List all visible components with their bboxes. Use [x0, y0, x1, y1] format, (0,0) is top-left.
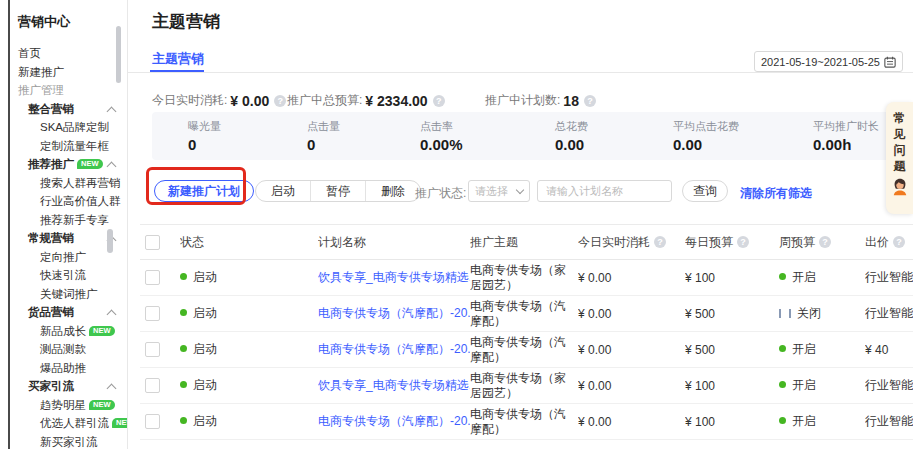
metric-3: 点击率0.00% [420, 119, 463, 153]
plan-name-link[interactable]: 饮具专享_电商专供专场精选... [318, 270, 470, 284]
row-checkbox[interactable] [145, 414, 160, 429]
tab-theme-marketing[interactable]: 主题营销 [152, 50, 204, 68]
bid-cell: 行业智能出价 [865, 269, 913, 286]
status-filter-select[interactable]: 请选择 [468, 180, 530, 202]
plan-name-cell: 电商专供专场（汽摩配）-20... [318, 341, 470, 358]
chevron-up-icon [107, 310, 117, 320]
metric-4: 总花费0.00 [555, 119, 588, 153]
enabled-dot-icon [779, 273, 786, 280]
sidebar-scrollbar-thumb[interactable] [116, 26, 121, 83]
plan-name-input[interactable] [537, 180, 672, 202]
new-campaign-button[interactable]: 新建推广计划 [154, 180, 254, 202]
today-cost-cell: ¥ 0.00 [578, 415, 685, 429]
sidebar-item-爆品助推[interactable]: 爆品助推 [10, 359, 127, 378]
metric-label: 平均推广时长 [813, 119, 879, 134]
help-icon[interactable]: ? [737, 236, 749, 248]
column-header-今日实时消耗: 今日实时消耗? [578, 234, 685, 251]
sidebar-item-行业高价值人群[interactable]: 行业高价值人群 [10, 192, 127, 211]
metric-value: 0.00h [813, 136, 879, 153]
sidebar-item-SKA品牌定制[interactable]: SKA品牌定制 [10, 118, 127, 137]
new-badge: NEW [77, 159, 103, 169]
column-header-label: 状态 [180, 234, 204, 251]
help-icon[interactable]: ? [893, 236, 905, 248]
weekly-budget-cell: 开启 [779, 341, 865, 358]
bulk-action-删除[interactable]: 删除 [365, 181, 420, 201]
select-all-checkbox[interactable] [145, 235, 160, 250]
chevron-up-icon [107, 384, 117, 394]
promo-theme-cell: 电商专供专场（汽摩配） [470, 299, 578, 329]
plan-name-link[interactable]: 电商专供专场（汽摩配）-20... [318, 306, 470, 320]
daily-budget-cell: ¥ 100 [685, 415, 779, 429]
sidebar-item-测品测款[interactable]: 测品测款 [10, 340, 127, 359]
table-row: 启动饮具专享_电商专供专场精选...电商专供专场（家居园艺）¥ 0.00¥ 10… [140, 368, 913, 404]
sidebar-item-买家引流[interactable]: 买家引流 [10, 377, 127, 396]
metric-value: 0 [188, 136, 221, 153]
bid-cell: ¥ 40 [865, 343, 913, 357]
daily-budget-cell [685, 440, 779, 449]
sidebar-item-label: 优选人群引流 [40, 417, 109, 429]
promo-theme-cell: 电商专供专场（家居园艺） [470, 263, 578, 293]
sidebar-item-新品成长[interactable]: 新品成长NEW [10, 322, 127, 341]
daily-budget-cell: ¥ 100 [685, 271, 779, 285]
sidebar-item-整合营销[interactable]: 整合营销 [10, 100, 127, 119]
query-button[interactable]: 查询 [682, 180, 728, 202]
promo-theme-cell: 电商专供专场（汽摩配） [470, 335, 578, 365]
stat-label: 今日实时消耗: [152, 92, 227, 109]
metric-label: 点击率 [420, 119, 463, 134]
sidebar-item-label: 行业高价值人群 [40, 195, 121, 207]
sidebar-item-趋势明星[interactable]: 趋势明星NEW [10, 396, 127, 415]
sidebar-item-首页[interactable]: 首页 [10, 44, 127, 63]
plan-name-cell: 电商专供专场（汽摩配）-20... [318, 413, 470, 430]
help-icon[interactable]: ? [433, 95, 445, 107]
plan-name-link[interactable]: 饮具专享_电商专供专场精选... [318, 378, 470, 392]
sidebar-item-搜索人群再营销[interactable]: 搜索人群再营销 [10, 174, 127, 193]
sidebar-item-label: 货品营销 [28, 306, 74, 318]
plan-name-link[interactable]: 电商专供专场（汽摩配）-20... [318, 414, 470, 428]
metric-label: 点击量 [307, 119, 340, 134]
status-text: 启动 [193, 306, 217, 320]
metric-5: 平均点击花费0.00 [673, 119, 739, 153]
plan-name-cell [318, 440, 470, 449]
help-icon[interactable]: ? [654, 236, 666, 248]
clear-filters-link[interactable]: 清除所有筛选 [740, 185, 812, 202]
sidebar-item-新建推广[interactable]: 新建推广 [10, 63, 127, 82]
promo-theme-cell: 电商专供专场（汽摩配） [470, 407, 578, 437]
help-icon[interactable]: ? [584, 95, 596, 107]
sidebar-item-新买家引流[interactable]: 新买家引流 [10, 433, 127, 449]
sidebar-scrollbar-thumb-2[interactable] [107, 229, 113, 253]
row-checkbox[interactable] [145, 306, 160, 321]
metric-value: 0.00 [555, 136, 588, 153]
plan-name-cell: 饮具专享_电商专供专场精选... [318, 269, 470, 286]
help-icon[interactable]: ? [819, 236, 831, 248]
sidebar-item-label: 首页 [18, 47, 41, 59]
date-range-picker[interactable]: 2021-05-19~2021-05-25 [754, 51, 903, 72]
bid-cell: 行业智能出价 [865, 413, 913, 430]
bulk-action-暂停[interactable]: 暂停 [310, 181, 365, 201]
sidebar-item-快速引流[interactable]: 快速引流 [10, 266, 127, 285]
sidebar-item-label: 定制流量年框 [40, 140, 109, 152]
stat-value: ¥ 2334.00 [365, 93, 427, 109]
table-row: 启动电商专供专场（汽摩配）-20...电商专供专场（汽摩配）¥ 0.00¥ 10… [140, 404, 913, 440]
status-running-dot [180, 309, 187, 316]
sidebar-item-货品营销[interactable]: 货品营销 [10, 303, 127, 322]
status-running-dot [180, 273, 187, 280]
row-checkbox[interactable] [145, 342, 160, 357]
bulk-action-启动[interactable]: 启动 [256, 181, 310, 201]
bulk-action-button-group: 启动暂停删除 [255, 180, 421, 202]
sidebar-item-定制流量年框[interactable]: 定制流量年框 [10, 137, 127, 156]
sidebar-item-推荐推广[interactable]: 推荐推广NEW [10, 155, 127, 174]
faq-side-tab[interactable]: 常见问题 [886, 102, 913, 214]
sidebar-item-推荐新手专享[interactable]: 推荐新手专享 [10, 211, 127, 230]
row-checkbox[interactable] [145, 270, 160, 285]
sidebar-item-优选人群引流[interactable]: 优选人群引流NEW [10, 414, 127, 433]
sidebar-item-关键词推广[interactable]: 关键词推广 [10, 285, 127, 304]
today-cost-cell: ¥ 0.00 [578, 271, 685, 285]
metric-2: 点击量0 [307, 119, 340, 153]
help-icon[interactable]: ? [274, 95, 286, 107]
row-checkbox[interactable] [145, 378, 160, 393]
bid-cell [865, 440, 913, 449]
new-badge: NEW [112, 418, 127, 428]
status-text: 启动 [193, 378, 217, 392]
plan-name-link[interactable]: 电商专供专场（汽摩配）-20... [318, 342, 470, 356]
column-header-label: 今日实时消耗 [578, 234, 650, 251]
